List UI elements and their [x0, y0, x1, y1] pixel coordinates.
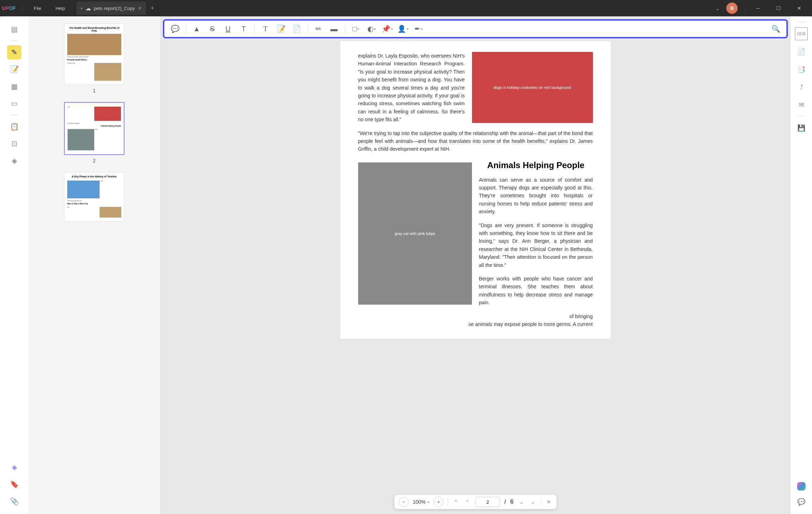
document-tab[interactable]: ▾ ☁ pets report(2)_Copy ✕ [76, 1, 147, 15]
close-bar-button[interactable]: ✕ [545, 499, 552, 505]
eraser-tool-icon[interactable]: ▬ [328, 22, 340, 35]
menu-file[interactable]: File [27, 6, 48, 11]
zoom-in-button[interactable]: + [434, 497, 444, 507]
tab-title: pets report(2)_Copy [94, 6, 135, 11]
app-logo[interactable]: UPDF [0, 5, 18, 11]
pin-tool-icon[interactable]: 📌 [381, 22, 393, 35]
thumbnail-page-2[interactable]: text Preview paragraph Animals Helping P… [64, 102, 124, 155]
thumb-label-1: 1 [93, 88, 96, 93]
chat-icon[interactable]: 💬 [795, 496, 808, 508]
comment-tool-icon[interactable]: 💬 [169, 22, 181, 35]
ai-assistant-icon[interactable] [797, 482, 806, 491]
page-total: 6 [510, 499, 514, 505]
thumb-label-2: 2 [93, 158, 96, 164]
compress-icon[interactable]: 📑 [795, 63, 808, 76]
shape-tool-icon[interactable]: □ [349, 22, 362, 35]
close-button[interactable]: ✕ [792, 5, 806, 11]
tab-dropdown-icon[interactable]: ▾ [81, 6, 83, 10]
reader-mode-icon[interactable]: ▤ [7, 22, 21, 36]
cloud-icon: ☁ [85, 5, 91, 12]
minimize-button[interactable]: ─ [751, 5, 765, 11]
doc-paragraph: se animals may expose people to more ger… [358, 320, 593, 328]
maximize-button[interactable]: ☐ [771, 5, 786, 11]
doc-paragraph: of bringing [358, 312, 593, 320]
note-tool-icon[interactable]: 📄 [290, 22, 303, 35]
share-icon[interactable]: ⤴ [795, 81, 808, 93]
doc-paragraph: "We're trying to tap into the subjective… [358, 129, 593, 153]
underline-tool-icon[interactable]: U [222, 22, 234, 35]
user-avatar[interactable]: B [726, 2, 738, 14]
thumbnails-panel: The Health and Mood-Boosting Benefits of… [28, 16, 160, 514]
crop-icon[interactable]: 📋 [7, 119, 21, 134]
tab-close-icon[interactable]: ✕ [138, 5, 142, 11]
annotation-toolbar: 💬 ▲ S U T T 📝 📄 ✏ ▬ □ ◐ 📌 👤 ✒ [163, 19, 788, 38]
ocr-icon[interactable]: OCR [795, 27, 808, 40]
first-page-button[interactable]: ⌃ [452, 499, 460, 505]
save-icon[interactable]: 💾 [795, 122, 808, 134]
left-sidebar: ▤ ✎ 📝 ▦ ▭ 📋 ⊡ ◈ ◈ 🔖 📎 [0, 16, 28, 514]
zoom-level: 100% [413, 499, 425, 505]
pages-icon[interactable]: ▦ [7, 79, 21, 93]
thumbnail-page-1[interactable]: The Health and Mood-Boosting Benefits of… [64, 23, 124, 85]
batch-icon[interactable]: ◈ [7, 154, 21, 168]
right-sidebar: OCR 📄 📑 ⤴ ✉ 💾 💬 [791, 16, 812, 514]
transform-icon[interactable]: ⊡ [7, 136, 21, 151]
stamp-tool-icon[interactable]: ◐ [365, 22, 378, 35]
page-separator: / [504, 499, 506, 505]
doc-image-pets: dogs in holiday costumes on red backgrou… [472, 52, 593, 123]
prev-page-button[interactable]: ⌃ [464, 499, 471, 505]
squiggly-tool-icon[interactable]: T [237, 22, 250, 35]
zoom-dropdown-icon[interactable]: ▾ [428, 500, 429, 504]
chevron-down-icon[interactable]: ⌄ [715, 5, 720, 12]
edit-text-icon[interactable]: 📝 [7, 62, 21, 76]
highlighter-icon[interactable]: ✎ [7, 45, 21, 59]
textbox-tool-icon[interactable]: 📝 [275, 22, 287, 35]
strikethrough-tool-icon[interactable]: S [206, 22, 219, 35]
next-page-button[interactable]: ⌄ [518, 499, 525, 505]
pencil-tool-icon[interactable]: ✏ [312, 22, 325, 35]
menu-help[interactable]: Help [48, 6, 72, 11]
thumbnail-page-3[interactable]: A Key Phase in the History of Tourism te… [64, 172, 124, 221]
convert-icon[interactable]: 📄 [795, 45, 808, 58]
last-page-button[interactable]: ⌄ [529, 499, 536, 505]
document-viewport[interactable]: dogs in holiday costumes on red backgrou… [160, 41, 791, 514]
layers-icon[interactable]: ◈ [7, 460, 21, 474]
new-tab-button[interactable]: + [150, 5, 154, 12]
zoom-out-button[interactable]: − [398, 497, 408, 507]
highlight-tool-icon[interactable]: ▲ [190, 22, 203, 35]
search-icon[interactable]: 🔍 [769, 22, 782, 35]
zoom-navigation-bar: − 100% ▾ + ⌃ ⌃ / 6 ⌄ ⌄ ✕ [394, 495, 556, 509]
pen-tool-icon[interactable]: ✒ [412, 22, 425, 35]
bookmark-icon[interactable]: 🔖 [7, 477, 21, 491]
form-icon[interactable]: ▭ [7, 96, 21, 111]
page-number-input[interactable] [475, 497, 500, 507]
doc-image-cat: gray cat with pink tulips [358, 162, 472, 305]
email-icon[interactable]: ✉ [795, 98, 808, 111]
signature-tool-icon[interactable]: 👤 [396, 22, 409, 35]
attachment-icon[interactable]: 📎 [7, 494, 21, 508]
text-tool-icon[interactable]: T [259, 22, 272, 35]
